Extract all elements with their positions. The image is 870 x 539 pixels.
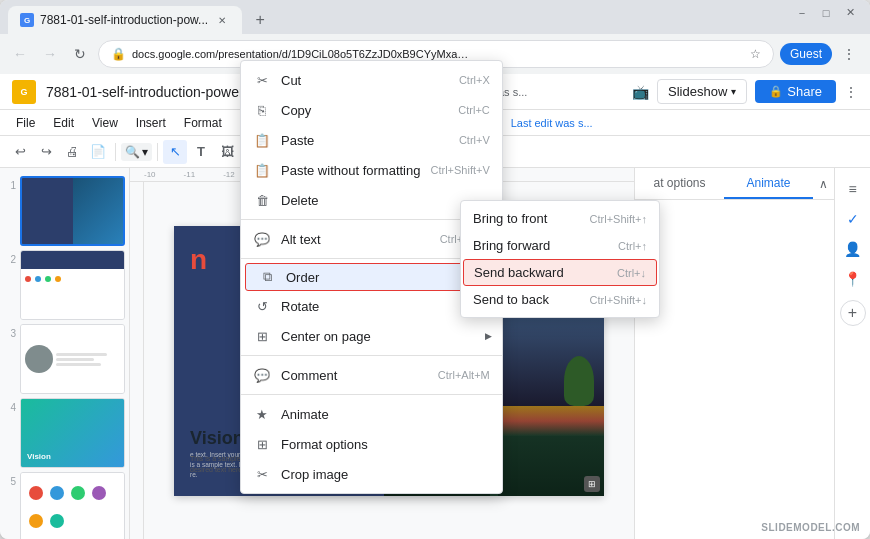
minimize-button[interactable]: −	[794, 7, 810, 19]
refresh-button[interactable]: ↻	[68, 42, 92, 66]
slide-thumb-5: 5	[4, 472, 125, 539]
slide-number-4: 4	[4, 402, 16, 413]
new-tab-button[interactable]: +	[246, 6, 274, 34]
screen-share-icon[interactable]: 📺	[632, 84, 649, 100]
ctx-paste-no-format[interactable]: 📋 Paste without formatting Ctrl+Shift+V	[241, 155, 502, 185]
image-tool[interactable]: 🖼	[215, 140, 239, 164]
slide-thumb-2: 2	[4, 250, 125, 320]
sub-send-to-back[interactable]: Send to back Ctrl+Shift+↓	[461, 286, 659, 313]
tab-bar: G 7881-01-self-introduction-pow... ✕ + −…	[0, 0, 870, 34]
forward-button[interactable]: →	[38, 42, 62, 66]
menu-view[interactable]: View	[84, 114, 126, 132]
sub-send-backward[interactable]: Send backward Ctrl+↓	[463, 259, 657, 286]
rotate-icon: ↺	[253, 297, 271, 315]
copy-icon: ⎘	[253, 101, 271, 119]
right-vertical-icons: ≡ ✓ 👤 📍 +	[834, 168, 870, 539]
sidebar-add-button[interactable]: +	[840, 300, 866, 326]
more-options-button[interactable]: ⋮	[836, 41, 862, 67]
window-controls: − □ ✕	[794, 6, 858, 19]
animate-icon: ★	[253, 405, 271, 423]
active-tab[interactable]: G 7881-01-self-introduction-pow... ✕	[8, 6, 242, 34]
lock-icon: 🔒	[111, 47, 126, 61]
menu-edit[interactable]: Edit	[45, 114, 82, 132]
slide-preview-1[interactable]	[20, 176, 125, 246]
center-icon: ⊞	[253, 327, 271, 345]
alt-text-icon: 💬	[253, 230, 271, 248]
app-header-right: 📺 Slideshow ▾ 🔒 Share ⋮	[632, 79, 858, 104]
slide-title-n: n	[190, 246, 207, 274]
ctx-paste[interactable]: 📋 Paste Ctrl+V	[241, 125, 502, 155]
sidebar-icon-check[interactable]: ✓	[840, 206, 866, 232]
paint-format-button[interactable]: 📄	[86, 140, 110, 164]
slide-preview-4[interactable]: Vision	[20, 398, 125, 468]
format-panel-tabs: at options Animate ∧	[635, 168, 834, 200]
comment-icon: 💬	[253, 366, 271, 384]
browser-frame: G 7881-01-self-introduction-pow... ✕ + −…	[0, 0, 870, 539]
sub-menu: Bring to front Ctrl+Shift+↑ Bring forwar…	[460, 200, 660, 318]
back-button[interactable]: ←	[8, 42, 32, 66]
slide-number-5: 5	[4, 476, 16, 487]
url-text: docs.google.com/presentation/d/1D9CiL08o…	[132, 48, 472, 60]
order-icon: ⧉	[258, 268, 276, 286]
ctx-copy[interactable]: ⎘ Copy Ctrl+C	[241, 95, 502, 125]
address-actions: Guest ⋮	[780, 41, 862, 67]
slide-preview-3[interactable]	[20, 324, 125, 394]
ctx-comment[interactable]: 💬 Comment Ctrl+Alt+M	[241, 360, 502, 390]
tab-animate[interactable]: Animate	[724, 168, 813, 199]
sidebar-icon-user[interactable]: 👤	[840, 236, 866, 262]
right-section: at options Animate ∧ ≡ ✓ 👤 📍 +	[634, 168, 870, 539]
tab-close-button[interactable]: ✕	[214, 12, 230, 28]
sub-bring-forward[interactable]: Bring forward Ctrl+↑	[461, 232, 659, 259]
guest-button[interactable]: Guest	[780, 43, 832, 65]
ctx-sep-4	[241, 394, 502, 395]
share-button[interactable]: 🔒 Share	[755, 80, 836, 103]
toolbar-divider-1	[115, 143, 116, 161]
paste-noformat-icon: 📋	[253, 161, 271, 179]
ctx-format-options[interactable]: ⊞ Format options	[241, 429, 502, 459]
tab-title: 7881-01-self-introduction-pow...	[40, 13, 208, 27]
menu-insert[interactable]: Insert	[128, 114, 174, 132]
slide-preview-5[interactable]	[20, 472, 125, 539]
ctx-crop-image[interactable]: ✂ Crop image	[241, 459, 502, 489]
star-icon: ☆	[750, 47, 761, 61]
panel-collapse-button[interactable]: ∧	[813, 168, 834, 199]
undo-button[interactable]: ↩	[8, 140, 32, 164]
menu-format[interactable]: Format	[176, 114, 230, 132]
last-edit-link[interactable]: Last edit was s...	[511, 117, 593, 129]
sub-bring-to-front[interactable]: Bring to front Ctrl+Shift+↑	[461, 205, 659, 232]
ctx-cut[interactable]: ✂ Cut Ctrl+X	[241, 65, 502, 95]
share-lock-icon: 🔒	[769, 85, 783, 98]
more-menu-icon[interactable]: ⋮	[844, 84, 858, 100]
slide-number-1: 1	[4, 180, 16, 191]
slide-number-2: 2	[4, 254, 16, 265]
slide-thumb-1: 1	[4, 176, 125, 246]
select-tool[interactable]: ↖	[163, 140, 187, 164]
slide-thumb-4: 4 Vision	[4, 398, 125, 468]
slide-thumb-3: 3	[4, 324, 125, 394]
text-tool[interactable]: T	[189, 140, 213, 164]
slide-preview-2[interactable]	[20, 250, 125, 320]
crop-icon: ✂	[253, 465, 271, 483]
zoom-selector[interactable]: 🔍 ▾	[121, 143, 152, 161]
toolbar-divider-2	[157, 143, 158, 161]
ctx-center[interactable]: ⊞ Center on page ▶	[241, 321, 502, 351]
slides-panel: 1 2	[0, 168, 130, 539]
sidebar-icon-1[interactable]: ≡	[840, 176, 866, 202]
watermark: SLIDEMODEL.COM	[761, 522, 860, 533]
paste-icon: 📋	[253, 131, 271, 149]
slide-number-3: 3	[4, 328, 16, 339]
close-button[interactable]: ✕	[842, 6, 858, 19]
format-panel-content	[635, 200, 834, 539]
format-options-icon: ⊞	[253, 435, 271, 453]
sidebar-icon-location[interactable]: 📍	[840, 266, 866, 292]
ctx-animate[interactable]: ★ Animate	[241, 399, 502, 429]
redo-button[interactable]: ↪	[34, 140, 58, 164]
print-button[interactable]: 🖨	[60, 140, 84, 164]
cut-icon: ✂	[253, 71, 271, 89]
maximize-button[interactable]: □	[818, 7, 834, 19]
tab-format-options[interactable]: at options	[635, 168, 724, 199]
slideshow-button[interactable]: Slideshow ▾	[657, 79, 747, 104]
app-logo: G	[12, 80, 36, 104]
menu-file[interactable]: File	[8, 114, 43, 132]
ruler-left	[130, 182, 144, 539]
